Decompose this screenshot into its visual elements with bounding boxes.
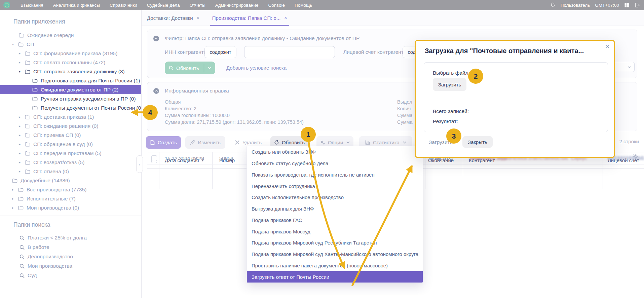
create-button[interactable]: Создать: [146, 136, 181, 149]
caret-icon[interactable]: [12, 43, 18, 46]
tree-item[interactable]: СП: обращение в суд (0): [0, 140, 141, 149]
caret-icon[interactable]: [19, 70, 25, 73]
dropdown-menu-item[interactable]: Подача приказов ГАС: [247, 215, 423, 226]
dropdown-menu-item[interactable]: Подача приказов Мировой суд Ханты-Мансий…: [247, 249, 423, 260]
tree-item[interactable]: Все производства (7735): [0, 185, 141, 194]
tree-item[interactable]: СП: передача приставам (5): [0, 149, 141, 158]
pencil-icon: [190, 140, 195, 145]
dropdown-menu-item[interactable]: Обновить статус судебного дела: [247, 158, 423, 169]
statistics-label: Статистика: [373, 140, 400, 145]
search-folder-item[interactable]: Делопроизводство: [0, 252, 141, 261]
logout-icon[interactable]: [635, 2, 640, 8]
row-checkbox[interactable]: [151, 155, 157, 161]
dropdown-menu-item[interactable]: Подача приказов Моссуд: [247, 226, 423, 237]
add-search-condition-link[interactable]: Добавить условие поиска: [226, 65, 287, 71]
bell-icon[interactable]: [550, 2, 556, 8]
dropdown-menu-item[interactable]: Загрузить ответ от Почты России: [247, 271, 423, 283]
top-menu-item[interactable]: Аналитика и финансы: [53, 3, 100, 8]
tree-item[interactable]: СП: приемка СП (0): [0, 131, 141, 140]
modal-close-icon[interactable]: ×: [605, 43, 609, 50]
close-icon: [235, 140, 240, 145]
tree-item[interactable]: Ручная отправка уведомления в ПР (0): [0, 94, 141, 103]
tree-item-label: Подготовка архива для Почты России (1): [41, 78, 140, 84]
caret-icon[interactable]: [19, 161, 25, 164]
tree-item[interactable]: Досудебные (14386): [0, 176, 141, 185]
tree-item[interactable]: СП: отмена (0): [0, 167, 141, 176]
top-menu-item[interactable]: Справочники: [110, 3, 137, 8]
caret-icon[interactable]: [19, 124, 25, 128]
search-folder-item[interactable]: Мои производства: [0, 261, 141, 271]
collapse-chevron-icon[interactable]: [153, 88, 159, 94]
timezone-label: GMT+07:00: [595, 3, 619, 8]
tree-item[interactable]: СП: отправка заявления должнику (3): [0, 67, 141, 76]
top-menu-item[interactable]: Администрирование: [215, 3, 259, 8]
tree-item[interactable]: Исполнительные (7): [0, 194, 141, 203]
caret-icon[interactable]: [19, 61, 25, 64]
caret-icon[interactable]: [19, 115, 25, 119]
caret-icon[interactable]: [19, 143, 25, 146]
tree-item[interactable]: Ожидание документов от ПР (2): [0, 85, 141, 94]
tree-item[interactable]: Получены документы от Почты России (0): [0, 103, 141, 112]
dropdown-menu-item[interactable]: Переназначить сотрудника: [247, 180, 423, 192]
edit-button[interactable]: Изменить: [185, 136, 225, 149]
caret-icon[interactable]: [19, 152, 25, 155]
filter-field1-input[interactable]: [244, 46, 335, 58]
dropdown-menu-item[interactable]: Выгрузка данных для ЗНФ: [247, 203, 423, 215]
top-menu-item[interactable]: Помощь: [295, 3, 312, 8]
collapse-chevron-icon[interactable]: [153, 36, 159, 41]
tree-item[interactable]: СП: доставка приказа (1): [0, 112, 141, 121]
tab-close-icon[interactable]: ×: [284, 15, 287, 21]
chevron-down-icon: [346, 141, 350, 144]
search-folder-item[interactable]: В работе: [0, 243, 141, 252]
choose-file-button[interactable]: Загрузить: [433, 78, 466, 91]
tree-item[interactable]: Подготовка архива для Почты России (1): [0, 76, 141, 85]
info-stat-line: Сумма: [397, 119, 413, 125]
folder-icon: [25, 160, 30, 165]
dropdown-menu-item[interactable]: Подача приказов Мировой суд Республики Т…: [247, 237, 423, 249]
filter-refresh-button[interactable]: Обновить: [165, 62, 215, 74]
caret-icon[interactable]: [12, 188, 18, 191]
top-menu-item[interactable]: Взыскания: [21, 3, 43, 8]
dropdown-menu-item[interactable]: Проставить наличие пакета документов (но…: [247, 260, 423, 271]
top-menu-item[interactable]: Отчёты: [190, 3, 205, 8]
filter-field1-operator[interactable]: содержит: [204, 46, 236, 58]
rows-count-label: 2 строки: [619, 139, 639, 144]
sidebar-collapse-handle[interactable]: ‹: [136, 155, 143, 173]
sidebar: Папки приложения Ожидание очереди СП: [0, 10, 142, 298]
user-label[interactable]: Пользователь: [561, 3, 590, 8]
search-folder-item[interactable]: Суд: [0, 271, 141, 280]
search-folder-item[interactable]: Платежи < 25% от долга: [0, 233, 141, 243]
tab-proizvodstva[interactable]: Производства: Папка СП: о... ×: [212, 10, 287, 26]
modal-close-button[interactable]: Закрыть: [462, 136, 493, 148]
tab-bar: Доставки: Доставки × Производства: Папка…: [142, 10, 644, 26]
tree-item[interactable]: СП: возврат/отказ (5): [0, 158, 141, 167]
dropdown-menu-item[interactable]: Создать исполнительное производство: [247, 192, 423, 203]
info-stat-line: Сумма долга: 271,715.59 (долг: 131,962.0…: [165, 119, 304, 125]
tree-item[interactable]: СП: формирование приказа (3195): [0, 49, 141, 58]
tree-item-label: СП: отправка заявления должнику (3): [33, 69, 125, 75]
tree-item-label: СП: ожидание решения (0): [33, 123, 98, 129]
caret-icon[interactable]: [19, 52, 25, 55]
dropdown-menu-item[interactable]: Показать производства, где исполнитель н…: [247, 169, 423, 181]
chevron-down-icon[interactable]: [208, 67, 211, 69]
tab-dostavki[interactable]: Доставки: Доставки ×: [147, 10, 199, 26]
top-menu-item[interactable]: Судебные дела: [147, 3, 180, 8]
tree-item[interactable]: СП: ожидание решения (0): [0, 121, 141, 131]
tree-item[interactable]: Ожидание очереди: [0, 31, 141, 40]
top-menu-item[interactable]: Console: [268, 3, 285, 8]
caret-icon[interactable]: [19, 170, 25, 173]
caret-icon[interactable]: [12, 206, 18, 210]
folder-icon: [18, 187, 24, 192]
dropdown-menu-item[interactable]: Создать или обновить ЗНФ: [247, 146, 423, 158]
app-logo-icon[interactable]: [3, 2, 10, 8]
tree-item[interactable]: СП: оплата госпошлины (472): [0, 58, 141, 67]
caret-icon[interactable]: [12, 197, 18, 200]
folder-icon: [18, 42, 24, 47]
caret-icon[interactable]: [19, 134, 25, 137]
tree-item-label: Мои производства (0): [27, 205, 79, 211]
tree-item[interactable]: Мои производства (0): [0, 203, 141, 212]
tab-label: Производства: Папка СП: о...: [212, 15, 281, 21]
tab-close-icon[interactable]: ×: [197, 15, 199, 21]
apps-grid-icon[interactable]: [624, 2, 630, 8]
tree-item[interactable]: СП: [0, 40, 141, 49]
